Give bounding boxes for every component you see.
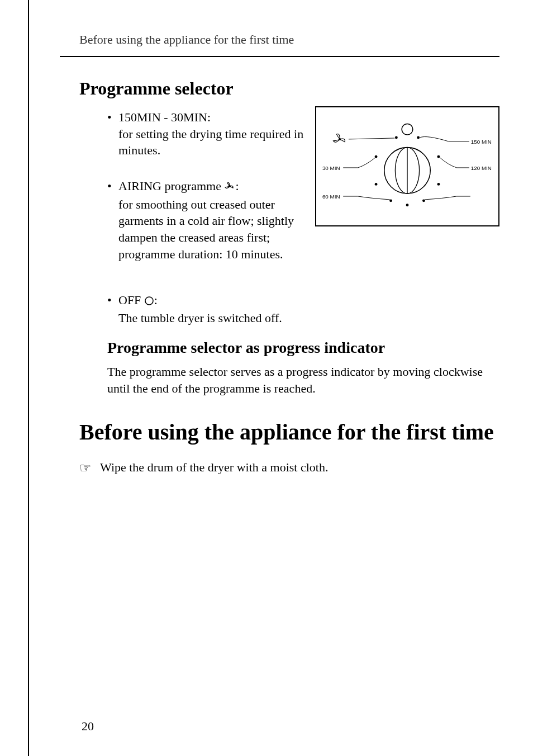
svg-point-1 [145,297,153,305]
bullet-item-time: • 150MIN - 30MIN: for setting the drying… [118,109,314,159]
bullet-body: for smoothing out creased outer garments… [118,196,314,246]
bullet-marker: • [107,292,112,309]
page-number: 20 [82,719,94,734]
tick-dot [437,183,440,186]
bullet-label-suffix: : [235,179,239,193]
leader-line [440,158,469,168]
bullet-label-row: AIRING programme [118,178,314,196]
instruction-text: Wipe the drum of the dryer with a moist … [100,459,328,476]
leader-line [349,138,394,139]
tick-dot [406,204,409,206]
bullet-list-lower: • OFF : The tumble dryer is switched off… [118,292,499,327]
tick-dot [422,199,425,202]
dial-label-150: 150 MIN [471,139,492,145]
dial-svg: 150 MIN 120 MIN 60 MIN 30 MIN [316,107,498,225]
dial-label-120: 120 MIN [471,165,492,171]
bullet-body: The tumble dryer is switched off. [118,310,499,327]
leader-line [420,137,469,141]
bullet-label-row: OFF : [118,292,499,310]
bullet-label: OFF [118,293,141,307]
dial-diagram: 150 MIN 120 MIN 60 MIN 30 MIN [315,106,499,226]
bullet-item-off: • OFF : The tumble dryer is switched off… [118,292,499,327]
progress-indicator-para: The programme selector serves as a progr… [107,363,499,396]
dial-label-30: 30 MIN [322,165,340,171]
programme-selector-heading: Programme selector [79,78,499,99]
tick-dot [375,155,378,158]
bullet-item-airing: • AIRING programme [118,178,314,262]
bullet-marker: • [107,178,112,195]
pointing-hand-icon: ☞ [79,460,92,476]
page-frame: Before using the appliance for the first… [28,0,533,756]
bullet-column: • 150MIN - 30MIN: for setting the drying… [79,109,314,275]
bullet-marker: • [107,109,112,126]
circle-icon [144,294,154,310]
before-first-use-heading: Before using the appliance for the first… [79,419,499,445]
dial-knob [384,148,430,193]
fan-icon [224,179,235,196]
bullet-body-2: programme duration: 10 minutes. [118,246,314,263]
leader-line [425,196,470,200]
bullet-list: • 150MIN - 30MIN: for setting the drying… [118,109,314,263]
tick-dot [375,183,378,186]
tick-dot [437,155,440,158]
bullet-label-suffix: : [154,293,158,307]
bullet-label: 150MIN - 30MIN: [118,109,314,126]
tick-dot [395,136,398,139]
fan-position-icon [334,134,345,142]
instruction-row: ☞ Wipe the drum of the dryer with a mois… [79,459,499,476]
off-position-icon [402,124,413,135]
bullet-body: for setting the drying time required in … [118,126,314,159]
dial-label-60: 60 MIN [322,193,340,200]
leader-line [343,158,375,168]
leader-line [343,196,389,200]
running-header: Before using the appliance for the first… [79,32,294,47]
tick-dot [389,199,392,202]
header-rule [60,56,499,57]
bullet-label: AIRING programme [118,179,221,193]
tick-dot [417,136,420,139]
progress-indicator-heading: Programme selector as progress indicator [107,339,499,357]
